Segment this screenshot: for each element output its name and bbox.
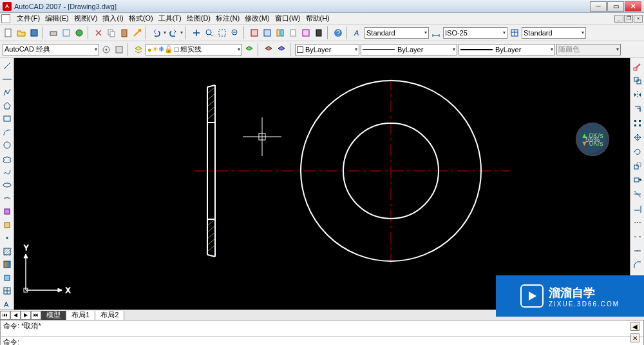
minimize-button[interactable]: ─ <box>590 1 607 12</box>
redo-icon[interactable] <box>167 27 179 39</box>
point-tool-icon[interactable] <box>1 233 13 244</box>
tab-last-button[interactable]: ⏭ <box>31 311 41 320</box>
polygon-tool-icon[interactable] <box>1 101 13 112</box>
array-icon[interactable] <box>632 117 643 129</box>
print-icon[interactable] <box>48 27 59 39</box>
menu-draw[interactable]: 绘图(D) <box>184 13 213 24</box>
menu-view[interactable]: 视图(V) <box>71 13 100 24</box>
print-preview-icon[interactable] <box>61 27 72 39</box>
layer-combo[interactable]: ●☀❄🔓 □ 粗实线▾ <box>146 44 242 55</box>
dim-style-icon[interactable] <box>430 27 442 39</box>
gradient-tool-icon[interactable] <box>1 259 13 270</box>
tab-model[interactable]: 模型 <box>41 311 66 320</box>
menu-modify[interactable]: 修改(M) <box>242 13 272 24</box>
trim-icon[interactable] <box>632 188 643 200</box>
open-icon[interactable] <box>15 27 27 39</box>
break-icon[interactable] <box>632 231 643 242</box>
help-icon[interactable]: ? <box>332 27 344 39</box>
layer-props-icon[interactable] <box>133 44 144 55</box>
stretch-icon[interactable] <box>632 174 643 186</box>
paste-icon[interactable] <box>118 27 130 39</box>
spline-tool-icon[interactable] <box>1 166 13 177</box>
table-style-icon[interactable] <box>509 27 520 39</box>
menu-edit[interactable]: 编辑(E) <box>43 13 71 24</box>
cut-icon[interactable] <box>93 27 104 39</box>
circle-tool-icon[interactable] <box>1 140 13 151</box>
tab-prev-button[interactable]: ◀ <box>10 311 21 320</box>
sheet-set-icon[interactable] <box>287 27 299 39</box>
copy-modify-icon[interactable] <box>632 75 643 86</box>
maximize-button[interactable]: ▭ <box>607 1 624 12</box>
polyline-tool-icon[interactable] <box>1 87 13 98</box>
lineweight-combo[interactable]: ByLayer▾ <box>459 44 555 55</box>
menu-format[interactable]: 格式(O) <box>126 13 156 24</box>
quickcalc-icon[interactable] <box>313 27 325 39</box>
markup-icon[interactable] <box>300 27 312 39</box>
menu-dimension[interactable]: 标注(N) <box>213 13 242 24</box>
doc-restore-button[interactable]: ❐ <box>624 15 633 23</box>
revcloud-tool-icon[interactable] <box>1 153 13 164</box>
rotate-icon[interactable] <box>632 146 643 157</box>
erase-icon[interactable] <box>632 61 643 72</box>
line-tool-icon[interactable] <box>1 61 13 72</box>
arc-tool-icon[interactable] <box>1 127 13 138</box>
break-at-point-icon[interactable] <box>632 217 643 228</box>
doc-close-button[interactable]: × <box>634 15 643 23</box>
linetype-combo[interactable]: ByLayer▾ <box>361 44 457 55</box>
insert-block-icon[interactable] <box>1 206 13 217</box>
doc-minimize-button[interactable]: _ <box>614 15 623 23</box>
close-button[interactable]: ✕ <box>625 1 641 12</box>
command-input[interactable] <box>19 337 641 345</box>
plot-style-combo[interactable]: 随颜色▾ <box>556 44 621 55</box>
new-icon[interactable] <box>3 27 14 39</box>
menu-help[interactable]: 帮助(H) <box>303 13 332 24</box>
command-close-button[interactable]: ◀ <box>630 322 639 331</box>
make-block-icon[interactable] <box>1 219 13 230</box>
menu-window[interactable]: 窗口(W) <box>272 13 303 24</box>
tab-layout2[interactable]: 布局2 <box>95 311 124 320</box>
extend-icon[interactable] <box>632 202 643 214</box>
properties-icon[interactable] <box>249 27 260 39</box>
my-workspace-icon[interactable] <box>113 44 125 55</box>
layer-previous-icon[interactable] <box>263 44 274 55</box>
scale-icon[interactable] <box>632 160 643 172</box>
tab-layout1[interactable]: 布局1 <box>66 311 95 320</box>
region-tool-icon[interactable] <box>1 273 13 284</box>
table-style-combo[interactable]: Standard▾ <box>522 27 586 39</box>
layer-make-current-icon[interactable] <box>243 44 255 55</box>
color-combo[interactable]: ByLayer▾ <box>295 44 359 55</box>
table-tool-icon[interactable] <box>1 286 13 297</box>
zoom-rt-icon[interactable] <box>204 27 215 39</box>
chamfer-icon[interactable] <box>632 259 643 271</box>
tool-palettes-icon[interactable] <box>274 27 286 39</box>
hatch-tool-icon[interactable] <box>1 246 13 257</box>
layer-states-icon[interactable] <box>276 44 287 55</box>
workspace-combo[interactable]: AutoCAD 经典▾ <box>3 44 99 55</box>
ellipse-arc-tool-icon[interactable] <box>1 193 13 204</box>
move-icon[interactable] <box>632 132 643 143</box>
menu-tools[interactable]: 工具(T) <box>156 13 184 24</box>
match-prop-icon[interactable] <box>131 27 143 39</box>
publish-icon[interactable] <box>73 27 85 39</box>
dim-style-combo[interactable]: ISO-25▾ <box>443 27 507 39</box>
offset-icon[interactable] <box>632 103 643 115</box>
menu-insert[interactable]: 插入(I) <box>100 13 126 24</box>
drawing-viewport[interactable]: X Y ▲ 0K/s▼ 0K/s 55% <box>14 58 630 310</box>
text-style-combo[interactable]: Standard▾ <box>365 27 429 39</box>
join-icon[interactable] <box>632 245 643 257</box>
tab-first-button[interactable]: ⏮ <box>0 311 10 320</box>
xline-tool-icon[interactable] <box>1 74 13 85</box>
design-center-icon[interactable] <box>261 27 273 39</box>
ellipse-tool-icon[interactable] <box>1 180 13 191</box>
text-style-icon[interactable]: A <box>352 27 363 39</box>
save-icon[interactable] <box>28 27 40 39</box>
workspace-settings-icon[interactable] <box>100 44 112 55</box>
zoom-window-icon[interactable] <box>216 27 228 39</box>
command-options-button[interactable]: ✕ <box>630 333 639 342</box>
undo-icon[interactable] <box>151 27 162 39</box>
pan-icon[interactable] <box>191 27 202 39</box>
rectangle-tool-icon[interactable] <box>1 113 13 124</box>
copy-icon[interactable] <box>106 27 117 39</box>
mirror-icon[interactable] <box>632 89 643 101</box>
mtext-tool-icon[interactable]: A <box>1 299 13 310</box>
